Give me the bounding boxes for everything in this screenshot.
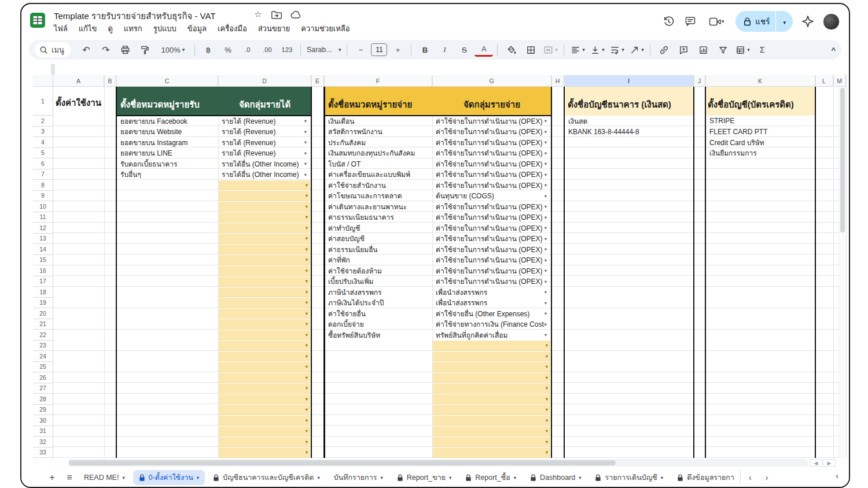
cell-D12[interactable]: ▾ (219, 223, 310, 234)
cell-K3[interactable]: FLEET CARD PTT (707, 127, 813, 138)
row-header-23[interactable]: 23 (33, 341, 53, 352)
add-sheet-button[interactable]: + (43, 472, 61, 483)
income-name-header[interactable]: ตั้งชื่อหมวดหมู่รายรับ (116, 87, 218, 116)
strikethrough-button[interactable]: S (455, 42, 473, 57)
cell-D6[interactable]: รายได้อื่น (Other Income)▾ (219, 158, 309, 169)
menu-4[interactable]: แทรก (124, 23, 142, 35)
vertical-scrollbar-thumb[interactable] (840, 88, 845, 232)
cell-G5[interactable]: ค่าใช้จ่ายในการดำเนินงาน (OPEX)▾ (433, 148, 549, 159)
dropdown-icon[interactable]: ▾ (306, 225, 310, 231)
menu-3[interactable]: ดู (108, 23, 112, 35)
dropdown-icon[interactable]: ▾ (546, 353, 550, 359)
dropdown-icon[interactable]: ▾ (306, 235, 310, 241)
cell-G23[interactable]: ▾ (433, 341, 550, 351)
vertical-align-button[interactable]: ▾ (588, 42, 606, 57)
row-header-16[interactable]: 16 (33, 265, 53, 276)
cell-G32[interactable]: ▾ (433, 437, 550, 448)
dropdown-icon[interactable]: ▾ (545, 289, 549, 295)
cell-F16[interactable]: ค่าใช้จ่ายต้องห้าม (325, 265, 430, 276)
cloud-status-icon[interactable] (290, 10, 302, 21)
cell-F10[interactable]: ค่าเดินทางและยานพาหนะ (325, 201, 430, 212)
cell-I2[interactable]: เงินสด (565, 116, 692, 127)
cell-F4[interactable]: ประกันสังคม (325, 137, 430, 148)
dropdown-icon[interactable]: ▾ (304, 139, 309, 145)
text-color-button[interactable]: A (475, 43, 493, 57)
cell-K5[interactable]: เงินยืมกรรมการ (707, 148, 813, 159)
horizontal-scrollbar[interactable] (68, 459, 808, 467)
dropdown-icon[interactable]: ▾ (306, 428, 310, 434)
dropdown-icon[interactable]: ▾ (545, 225, 549, 231)
cell-G28[interactable]: ▾ (433, 394, 550, 405)
cell-F2[interactable]: เงินเดือน (325, 116, 430, 127)
dropdown-icon[interactable]: ▾ (545, 246, 549, 252)
cell-D22[interactable]: ▾ (219, 330, 310, 341)
dropdown-icon[interactable]: ▾ (306, 214, 310, 220)
cell-G7[interactable]: ค่าใช้จ่ายในการดำเนินงาน (OPEX)▾ (433, 169, 549, 180)
dropdown-icon[interactable]: ▾ (545, 279, 549, 284)
cell-G30[interactable]: ▾ (433, 416, 550, 426)
dropdown-icon[interactable]: ▾ (306, 375, 310, 380)
text-wrap-button[interactable]: ▾ (608, 42, 626, 57)
dropdown-icon[interactable]: ▾ (545, 150, 549, 156)
dropdown-icon[interactable]: ▾ (306, 342, 310, 348)
zoom-select[interactable]: 100%▾ (156, 42, 190, 57)
cell-G3[interactable]: ค่าใช้จ่ายในการดำเนินงาน (OPEX)▾ (433, 127, 549, 138)
share-dropdown[interactable]: ▾ (776, 16, 793, 27)
dropdown-icon[interactable]: ▾ (545, 215, 549, 220)
cell-D33[interactable]: ▾ (219, 448, 310, 458)
borders-button[interactable] (521, 42, 540, 57)
dropdown-icon[interactable]: ▾ (306, 246, 310, 252)
tabs-scroll-right-icon[interactable]: › (766, 473, 768, 482)
cell-G12[interactable]: ค่าใช้จ่ายในการดำเนินงาน (OPEX)▾ (433, 223, 549, 234)
print-button[interactable] (116, 42, 135, 57)
cell-D9[interactable]: ▾ (219, 191, 310, 201)
cell-I3[interactable]: KBANK 163-8-44444-8 (565, 127, 692, 138)
cell-F19[interactable]: ภาษีเงินได้ประจำปี (325, 298, 430, 309)
row-header-4[interactable]: 4 (33, 137, 53, 148)
decrease-decimal-button[interactable]: .0 (238, 42, 257, 57)
row-header-13[interactable]: 13 (33, 234, 53, 245)
cell-C7[interactable]: รับอื่นๆ (117, 169, 216, 180)
sheet-tab-9[interactable]: ดึงข้อมูลรายกา (671, 470, 741, 485)
horizontal-scrollbar-thumb[interactable] (69, 460, 616, 465)
dropdown-icon[interactable]: ▾ (306, 406, 310, 412)
dropdown-icon[interactable]: ▾ (306, 353, 310, 359)
row-header-22[interactable]: 22 (33, 330, 53, 341)
decrease-font-size-button[interactable]: − (351, 42, 370, 57)
row-header-18[interactable]: 18 (33, 287, 53, 298)
sheet-tab-6[interactable]: Report_ซื้อ▾ (459, 470, 522, 485)
cell-G17[interactable]: ค่าใช้จ่ายในการดำเนินงาน (OPEX)▾ (433, 276, 549, 287)
dropdown-icon[interactable]: ▾ (306, 182, 310, 188)
row-header-20[interactable]: 20 (33, 308, 53, 319)
cell-F9[interactable]: ค่าโฆษณาและการตลาด (325, 191, 430, 202)
cell-D18[interactable]: ▾ (219, 287, 310, 298)
scroll-right-button[interactable]: ▶ (823, 459, 836, 467)
cell-D19[interactable]: ▾ (219, 298, 310, 308)
cell-G10[interactable]: ค่าใช้จ่ายในการดำเนินงาน (OPEX)▾ (433, 201, 549, 212)
dropdown-icon[interactable]: ▾ (546, 439, 550, 445)
dropdown-icon[interactable]: ▾ (546, 417, 550, 423)
cell-K4[interactable]: Credit Card บริษัท (707, 137, 813, 148)
row-header-3[interactable]: 3 (33, 127, 53, 138)
cell-C5[interactable]: ยอดขายบน LINE (117, 148, 216, 159)
dropdown-icon[interactable]: ▾ (545, 204, 549, 209)
more-formats-button[interactable]: 123 (278, 42, 296, 57)
row-header-6[interactable]: 6 (33, 158, 53, 169)
dropdown-icon[interactable]: ▾ (304, 150, 309, 156)
cell-D20[interactable]: ▾ (219, 309, 310, 319)
cell-F21[interactable]: ดอกเบี้ยจ่าย (325, 319, 430, 330)
sheet-tab-7[interactable]: Dashboard▾ (524, 470, 587, 485)
dropdown-icon[interactable]: ▾ (545, 257, 549, 263)
cell-D21[interactable]: ▾ (219, 319, 310, 330)
cell-D24[interactable]: ▾ (219, 352, 310, 362)
cell-D31[interactable]: ▾ (219, 426, 310, 437)
cell-G24[interactable]: ▾ (433, 352, 550, 362)
expense-group-header[interactable]: จัดกลุ่มรายจ่าย (432, 87, 551, 116)
tabbar-collapse-icon[interactable]: ‹ (836, 471, 838, 480)
cell-K2[interactable]: STRIPE (707, 116, 813, 127)
dropdown-icon[interactable]: ▾ (304, 118, 309, 124)
column-header-F[interactable]: F (324, 75, 432, 87)
dropdown-icon[interactable]: ▾ (546, 396, 550, 402)
avatar[interactable] (823, 13, 840, 30)
cell-D16[interactable]: ▾ (219, 266, 310, 276)
